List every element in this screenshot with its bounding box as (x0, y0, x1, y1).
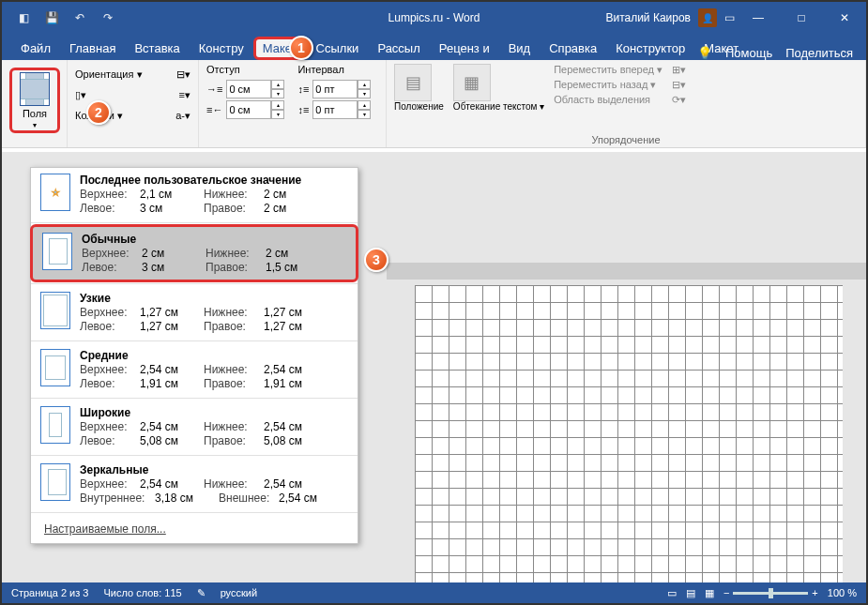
bring-forward-button[interactable]: Переместить вперед ▾ (554, 64, 662, 76)
margin-title: Последнее пользовательское значение (80, 174, 301, 187)
separator (31, 455, 358, 456)
separator (31, 512, 358, 513)
ribbon-options-icon[interactable]: ▭ (724, 11, 735, 24)
margin-item-narrow[interactable]: Узкие Верхнее:1,27 смНижнее:1,27 см Лево… (31, 286, 358, 339)
spin-up[interactable]: ▴ (271, 100, 284, 110)
orientation-button[interactable]: Ориентация ▾ (75, 68, 143, 81)
paragraph-label (206, 145, 378, 147)
spin-down[interactable]: ▾ (358, 89, 371, 98)
send-backward-button[interactable]: Переместить назад ▾ (554, 79, 662, 91)
zoom-level[interactable]: 100 % (828, 587, 857, 598)
margin-title: Широкие (80, 406, 130, 419)
minimize-button[interactable]: — (737, 2, 780, 34)
margins-label: Поля (23, 108, 47, 119)
margin-item-moderate[interactable]: Средние Верхнее:2,54 смНижнее:2,54 см Ле… (31, 343, 358, 396)
margin-title: Обычные (82, 233, 136, 246)
tab-file[interactable]: Файл (11, 37, 60, 60)
group-icon[interactable]: ⊟▾ (672, 79, 686, 91)
interval-before-input[interactable] (312, 80, 358, 98)
margins-button[interactable]: Поля ▾ (9, 68, 60, 133)
spin-up[interactable]: ▴ (358, 80, 371, 89)
zoom-out-icon[interactable]: − (723, 587, 729, 598)
save-icon[interactable]: 💾 (41, 8, 62, 28)
proofing-icon[interactable]: ✎ (197, 587, 206, 599)
page-setup-label (75, 145, 190, 147)
indent-right-input[interactable] (226, 100, 271, 119)
interval-after-input[interactable] (312, 100, 358, 119)
indent-left-input[interactable] (226, 80, 271, 98)
tab-home[interactable]: Главная (60, 37, 125, 60)
line-numbers-icon[interactable]: ≡▾ (179, 89, 190, 101)
maximize-button[interactable]: □ (780, 2, 823, 34)
autosave-icon[interactable]: ◧ (13, 8, 34, 28)
margins-dropdown: ★ Последнее пользовательское значение Ве… (30, 167, 358, 544)
position-label: Положение (394, 101, 444, 112)
separator (31, 222, 358, 223)
help-label[interactable]: Помощь (725, 46, 772, 60)
margin-thumb-icon (40, 463, 70, 501)
slider-track[interactable] (733, 592, 808, 595)
tab-references[interactable]: Ссылки (307, 37, 369, 60)
page-status[interactable]: Страница 2 из 3 (11, 587, 88, 598)
share-button[interactable]: Поделиться (785, 46, 853, 60)
rotate-icon[interactable]: ⟳▾ (672, 94, 686, 106)
align-icon[interactable]: ⊞▾ (672, 64, 686, 76)
indent-heading: Отступ (206, 64, 284, 75)
language-status[interactable]: русский (221, 587, 257, 598)
spin-down[interactable]: ▾ (271, 89, 284, 98)
spin-down[interactable]: ▾ (358, 110, 371, 119)
avatar[interactable]: 👤 (698, 8, 717, 27)
tab-table-design[interactable]: Конструктор (606, 37, 694, 60)
tab-design[interactable]: Констру (190, 37, 253, 60)
callout-1: 1 (289, 36, 313, 60)
tell-me-icon[interactable]: 💡 (697, 46, 712, 60)
redo-icon[interactable]: ↷ (98, 8, 118, 28)
titlebar: ◧ 💾 ↶ ↷ Lumpics.ru - Word Виталий Каиров… (2, 2, 866, 34)
tab-mailings[interactable]: Рассыл (368, 37, 429, 60)
tab-insert[interactable]: Вставка (125, 37, 189, 60)
page[interactable] (415, 285, 843, 582)
position-button[interactable]: ▤ (394, 64, 432, 101)
word-count[interactable]: Число слов: 115 (103, 587, 181, 598)
tab-view[interactable]: Вид (499, 37, 541, 60)
callout-2: 2 (86, 100, 111, 125)
separator (31, 340, 358, 341)
indent-right-icon: ≡← (206, 104, 222, 115)
margins-icon (20, 72, 50, 106)
margin-thumb-icon (40, 292, 70, 329)
statusbar: Страница 2 из 3 Число слов: 115 ✎ русски… (2, 582, 866, 603)
user-name[interactable]: Виталий Каиров (605, 11, 691, 24)
spin-up[interactable]: ▴ (271, 80, 284, 89)
margin-item-normal[interactable]: Обычные Верхнее:2 смНижнее:2 см Левое:3 … (30, 224, 358, 282)
margin-thumb-icon (40, 406, 70, 444)
tab-help[interactable]: Справка (540, 37, 606, 60)
undo-icon[interactable]: ↶ (69, 8, 90, 28)
wrap-text-button[interactable]: ▦ (453, 64, 491, 101)
wrap-label: Обтекание текстом ▾ (453, 101, 544, 112)
spin-up[interactable]: ▴ (358, 100, 371, 110)
read-mode-icon[interactable]: ▭ (667, 587, 677, 599)
print-layout-icon[interactable]: ▤ (686, 587, 695, 599)
slider-thumb[interactable] (769, 588, 773, 598)
breaks-icon[interactable]: ⊟▾ (176, 68, 190, 81)
selection-pane-button[interactable]: Область выделения (554, 94, 662, 105)
custom-margins-button[interactable]: Настраиваемые поля... (31, 515, 358, 543)
zoom-slider[interactable]: − + (723, 587, 818, 598)
margin-item-wide[interactable]: Широкие Верхнее:2,54 смНижнее:2,54 см Ле… (31, 401, 358, 453)
margin-thumb-icon (42, 233, 72, 270)
margin-title: Зеркальные (80, 463, 148, 476)
ruler-horizontal[interactable] (387, 263, 866, 280)
ribbon-tabs: Файл Главная Вставка Констру Макет Ссылк… (2, 34, 866, 60)
close-button[interactable]: ✕ (823, 2, 866, 34)
zoom-in-icon[interactable]: + (812, 587, 817, 598)
margin-item-mirror[interactable]: Зеркальные Верхнее:2,54 смНижнее:2,54 см… (31, 458, 358, 510)
size-icon[interactable]: ▯▾ (75, 89, 86, 101)
space-before-icon: ↕≡ (297, 83, 309, 95)
tab-review[interactable]: Реценз и (430, 37, 499, 60)
spin-down[interactable]: ▾ (271, 110, 284, 119)
margin-item-last-custom[interactable]: ★ Последнее пользовательское значение Ве… (31, 168, 358, 220)
margin-title: Узкие (80, 292, 111, 305)
ribbon: Поля ▾ Ориентация ▾⊟▾ ▯▾≡▾ Колонки ▾a-▾ … (2, 60, 866, 148)
web-layout-icon[interactable]: ▦ (705, 587, 714, 599)
hyphenation-icon[interactable]: a-▾ (175, 110, 190, 122)
